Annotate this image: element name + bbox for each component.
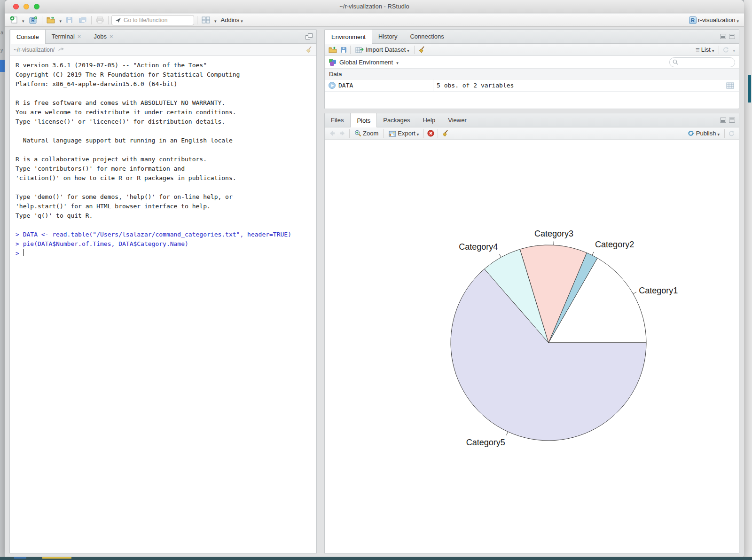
zoom-magnifier-icon	[354, 130, 361, 137]
tab-console[interactable]: Console	[10, 30, 46, 44]
console-output-line: Platform: x86_64-apple-darwin15.6.0 (64-…	[16, 79, 316, 89]
clear-console-icon[interactable]	[305, 46, 313, 54]
data-section-label: Data	[329, 71, 342, 78]
tab-help[interactable]: Help	[416, 113, 442, 127]
toolbar-separator	[414, 46, 415, 54]
console-output-line: 'citation()' on how to cite R or R packa…	[16, 174, 316, 183]
plots-pane: Files Plots Packages Help Viewer	[324, 113, 739, 554]
console-tabstrip: Console Terminal Jobs	[10, 30, 316, 44]
svg-text:R: R	[31, 18, 35, 23]
previous-plot-icon[interactable]	[329, 130, 336, 136]
publish-button[interactable]: Publish	[686, 128, 721, 139]
save-workspace-icon[interactable]	[340, 47, 347, 53]
publish-caret	[717, 129, 720, 138]
tab-plots[interactable]: Plots	[350, 113, 377, 127]
maximize-console-pane-icon[interactable]	[306, 33, 313, 39]
console-output-line	[16, 126, 316, 136]
pie-slice-label: Category4	[459, 242, 498, 252]
pane-layout-button[interactable]	[200, 16, 212, 24]
tab-plots-label: Plots	[357, 117, 370, 124]
minimize-pane-icon[interactable]	[720, 34, 726, 39]
toolbar-separator	[423, 129, 424, 138]
tab-connections[interactable]: Connections	[404, 30, 450, 43]
tab-history[interactable]: History	[372, 30, 404, 43]
environment-search-input[interactable]	[669, 57, 735, 67]
pane-layout-icon	[202, 16, 210, 24]
new-file-dropdown[interactable]	[22, 16, 24, 24]
pie-chart: Category1Category2Category3Category4Cate…	[325, 140, 739, 554]
view-data-icon[interactable]	[726, 82, 734, 89]
print-button[interactable]	[94, 16, 105, 24]
addins-label: Addins	[221, 16, 240, 24]
list-view-icon	[696, 46, 700, 54]
background-left-strip: a y	[0, 0, 5, 560]
toolbar-separator	[42, 16, 42, 24]
console-cursor[interactable]	[23, 249, 24, 256]
new-project-button[interactable]: R	[27, 15, 39, 25]
console-output-line: Natural language support but running in …	[16, 136, 316, 145]
list-view-label: List	[701, 46, 711, 53]
save-all-button[interactable]	[77, 16, 88, 24]
console-header-row: ~/r-visualization/	[10, 44, 316, 56]
toolbar-separator	[438, 129, 438, 138]
export-plot-button[interactable]: Export	[387, 128, 420, 139]
remove-plot-icon[interactable]	[427, 130, 434, 137]
console-input-line: >	[16, 249, 316, 258]
background-text-fragment: y	[0, 47, 3, 53]
clear-all-plots-icon[interactable]	[441, 130, 449, 137]
pie-slice-label: Category3	[534, 229, 573, 238]
console-output[interactable]: R version 3.6.1 (2019-07-05) -- "Action …	[10, 56, 316, 258]
addins-button[interactable]: Addins	[219, 15, 244, 25]
pane-layout-dropdown[interactable]	[214, 16, 217, 24]
open-recent-dropdown[interactable]	[60, 16, 62, 24]
refresh-plot-icon[interactable]	[728, 130, 735, 137]
environment-scope-caret[interactable]	[396, 58, 399, 66]
save-button[interactable]	[64, 16, 74, 24]
toolbar-separator	[383, 129, 384, 138]
maximize-pane-icon[interactable]	[729, 34, 735, 39]
pie-slice-label: Category1	[639, 286, 678, 295]
goto-directory-icon[interactable]	[58, 47, 64, 52]
tab-viewer[interactable]: Viewer	[442, 113, 473, 127]
goto-file-input[interactable]: Go to file/function	[111, 15, 194, 25]
minimize-pane-icon[interactable]	[720, 118, 726, 123]
project-icon: R	[689, 16, 697, 24]
console-output-line: Copyright (C) 2019 The R Foundation for …	[16, 70, 316, 79]
dock-fragment	[42, 557, 71, 559]
project-menu-button[interactable]: R r-visualization	[688, 15, 740, 25]
tab-environment-label: Environment	[331, 33, 366, 40]
open-file-button[interactable]	[45, 16, 57, 24]
close-terminal-tab-icon[interactable]	[78, 33, 81, 40]
list-view-button[interactable]: List	[694, 45, 716, 55]
plots-tabstrip: Files Plots Packages Help Viewer	[325, 113, 739, 127]
console-output-line: Type 'license()' or 'licence()' for dist…	[16, 117, 316, 126]
tab-environment[interactable]: Environment	[325, 30, 372, 44]
environment-toolbar: Import Dataset List	[325, 44, 739, 56]
dock-fragment	[14, 557, 26, 559]
import-dataset-button[interactable]: Import Dataset	[354, 45, 411, 55]
next-plot-icon[interactable]	[339, 130, 346, 136]
clear-environment-icon[interactable]	[418, 46, 425, 54]
console-output-line	[16, 145, 316, 155]
object-summary: 5 obs. of 2 variables	[437, 82, 514, 89]
project-caret	[736, 16, 739, 24]
refresh-environment-icon[interactable]	[722, 47, 729, 53]
publish-label: Publish	[696, 130, 716, 137]
tab-jobs[interactable]: Jobs	[87, 30, 119, 43]
zoom-plot-button[interactable]: Zoom	[353, 129, 380, 138]
expand-object-icon[interactable]	[329, 82, 336, 89]
tab-history-label: History	[378, 33, 397, 40]
tab-packages[interactable]: Packages	[377, 113, 416, 127]
titlebar: ~/r-visualization - RStudio	[5, 0, 744, 13]
export-plot-label: Export	[398, 130, 415, 137]
new-file-button[interactable]	[8, 15, 19, 25]
tab-terminal[interactable]: Terminal	[46, 30, 88, 43]
close-jobs-tab-icon[interactable]	[110, 33, 113, 40]
console-output-line: You are welcome to redistribute it under…	[16, 108, 316, 117]
maximize-pane-icon[interactable]	[729, 118, 735, 123]
refresh-dropdown[interactable]	[733, 46, 735, 54]
load-workspace-icon[interactable]	[329, 47, 337, 53]
environment-entry-row[interactable]: DATA 5 obs. of 2 variables	[325, 79, 739, 92]
pie-label-tick	[506, 432, 508, 435]
tab-files[interactable]: Files	[325, 113, 350, 127]
